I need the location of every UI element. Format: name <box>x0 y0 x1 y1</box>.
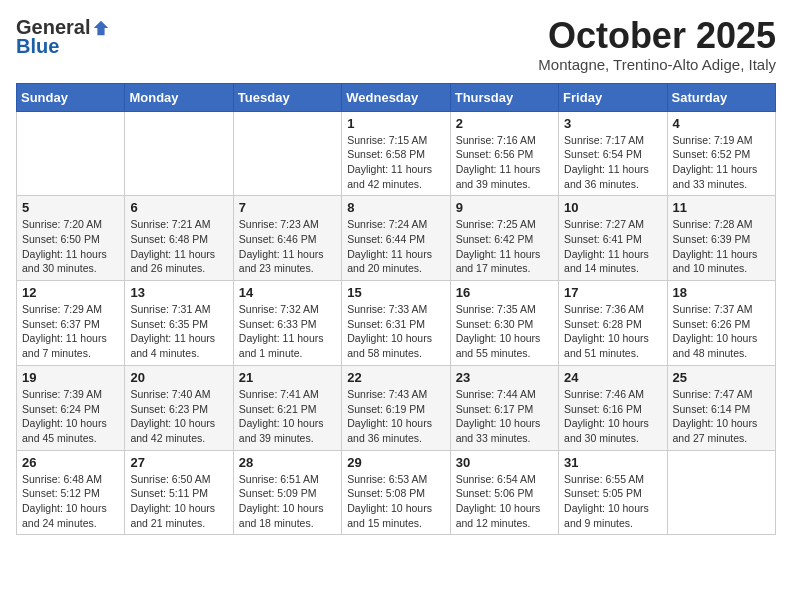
calendar-cell: 25Sunrise: 7:47 AM Sunset: 6:14 PM Dayli… <box>667 365 775 450</box>
day-detail: Sunrise: 6:55 AM Sunset: 5:05 PM Dayligh… <box>564 472 661 531</box>
day-number: 2 <box>456 116 553 131</box>
day-number: 6 <box>130 200 227 215</box>
day-detail: Sunrise: 7:17 AM Sunset: 6:54 PM Dayligh… <box>564 133 661 192</box>
calendar-cell: 20Sunrise: 7:40 AM Sunset: 6:23 PM Dayli… <box>125 365 233 450</box>
calendar-cell: 19Sunrise: 7:39 AM Sunset: 6:24 PM Dayli… <box>17 365 125 450</box>
calendar-cell: 26Sunrise: 6:48 AM Sunset: 5:12 PM Dayli… <box>17 450 125 535</box>
page-header: General Blue October 2025 Montagne, Tren… <box>16 16 776 73</box>
day-number: 1 <box>347 116 444 131</box>
calendar-cell: 13Sunrise: 7:31 AM Sunset: 6:35 PM Dayli… <box>125 281 233 366</box>
day-detail: Sunrise: 7:19 AM Sunset: 6:52 PM Dayligh… <box>673 133 770 192</box>
svg-marker-0 <box>94 20 108 34</box>
calendar-cell: 15Sunrise: 7:33 AM Sunset: 6:31 PM Dayli… <box>342 281 450 366</box>
day-number: 7 <box>239 200 336 215</box>
calendar-cell: 1Sunrise: 7:15 AM Sunset: 6:58 PM Daylig… <box>342 111 450 196</box>
day-number: 11 <box>673 200 770 215</box>
calendar-header-tuesday: Tuesday <box>233 83 341 111</box>
day-number: 25 <box>673 370 770 385</box>
day-number: 26 <box>22 455 119 470</box>
calendar-cell: 11Sunrise: 7:28 AM Sunset: 6:39 PM Dayli… <box>667 196 775 281</box>
calendar-cell: 6Sunrise: 7:21 AM Sunset: 6:48 PM Daylig… <box>125 196 233 281</box>
calendar-cell: 31Sunrise: 6:55 AM Sunset: 5:05 PM Dayli… <box>559 450 667 535</box>
calendar-header-thursday: Thursday <box>450 83 558 111</box>
location-subtitle: Montagne, Trentino-Alto Adige, Italy <box>538 56 776 73</box>
calendar-header-sunday: Sunday <box>17 83 125 111</box>
day-detail: Sunrise: 7:25 AM Sunset: 6:42 PM Dayligh… <box>456 217 553 276</box>
calendar-header-row: SundayMondayTuesdayWednesdayThursdayFrid… <box>17 83 776 111</box>
day-detail: Sunrise: 7:43 AM Sunset: 6:19 PM Dayligh… <box>347 387 444 446</box>
day-number: 28 <box>239 455 336 470</box>
day-detail: Sunrise: 7:47 AM Sunset: 6:14 PM Dayligh… <box>673 387 770 446</box>
calendar-cell: 14Sunrise: 7:32 AM Sunset: 6:33 PM Dayli… <box>233 281 341 366</box>
day-number: 17 <box>564 285 661 300</box>
day-detail: Sunrise: 7:46 AM Sunset: 6:16 PM Dayligh… <box>564 387 661 446</box>
day-number: 30 <box>456 455 553 470</box>
calendar-cell: 12Sunrise: 7:29 AM Sunset: 6:37 PM Dayli… <box>17 281 125 366</box>
day-detail: Sunrise: 7:36 AM Sunset: 6:28 PM Dayligh… <box>564 302 661 361</box>
calendar-week-row: 19Sunrise: 7:39 AM Sunset: 6:24 PM Dayli… <box>17 365 776 450</box>
day-number: 3 <box>564 116 661 131</box>
day-number: 18 <box>673 285 770 300</box>
calendar-header-friday: Friday <box>559 83 667 111</box>
logo-icon <box>92 19 110 37</box>
calendar-cell: 5Sunrise: 7:20 AM Sunset: 6:50 PM Daylig… <box>17 196 125 281</box>
day-detail: Sunrise: 7:20 AM Sunset: 6:50 PM Dayligh… <box>22 217 119 276</box>
day-detail: Sunrise: 6:54 AM Sunset: 5:06 PM Dayligh… <box>456 472 553 531</box>
day-detail: Sunrise: 6:48 AM Sunset: 5:12 PM Dayligh… <box>22 472 119 531</box>
calendar-cell: 8Sunrise: 7:24 AM Sunset: 6:44 PM Daylig… <box>342 196 450 281</box>
day-detail: Sunrise: 7:39 AM Sunset: 6:24 PM Dayligh… <box>22 387 119 446</box>
day-detail: Sunrise: 7:32 AM Sunset: 6:33 PM Dayligh… <box>239 302 336 361</box>
calendar-cell: 29Sunrise: 6:53 AM Sunset: 5:08 PM Dayli… <box>342 450 450 535</box>
day-number: 10 <box>564 200 661 215</box>
calendar-week-row: 1Sunrise: 7:15 AM Sunset: 6:58 PM Daylig… <box>17 111 776 196</box>
day-detail: Sunrise: 7:31 AM Sunset: 6:35 PM Dayligh… <box>130 302 227 361</box>
day-number: 15 <box>347 285 444 300</box>
day-detail: Sunrise: 6:51 AM Sunset: 5:09 PM Dayligh… <box>239 472 336 531</box>
calendar-header-monday: Monday <box>125 83 233 111</box>
day-number: 19 <box>22 370 119 385</box>
day-detail: Sunrise: 7:21 AM Sunset: 6:48 PM Dayligh… <box>130 217 227 276</box>
calendar-week-row: 12Sunrise: 7:29 AM Sunset: 6:37 PM Dayli… <box>17 281 776 366</box>
calendar-cell: 9Sunrise: 7:25 AM Sunset: 6:42 PM Daylig… <box>450 196 558 281</box>
day-number: 22 <box>347 370 444 385</box>
month-year-title: October 2025 <box>538 16 776 56</box>
day-number: 27 <box>130 455 227 470</box>
day-detail: Sunrise: 7:44 AM Sunset: 6:17 PM Dayligh… <box>456 387 553 446</box>
day-detail: Sunrise: 7:33 AM Sunset: 6:31 PM Dayligh… <box>347 302 444 361</box>
calendar-cell: 3Sunrise: 7:17 AM Sunset: 6:54 PM Daylig… <box>559 111 667 196</box>
day-detail: Sunrise: 7:37 AM Sunset: 6:26 PM Dayligh… <box>673 302 770 361</box>
logo: General Blue <box>16 16 110 58</box>
calendar-cell: 27Sunrise: 6:50 AM Sunset: 5:11 PM Dayli… <box>125 450 233 535</box>
calendar-header-wednesday: Wednesday <box>342 83 450 111</box>
calendar-cell: 16Sunrise: 7:35 AM Sunset: 6:30 PM Dayli… <box>450 281 558 366</box>
calendar-cell: 28Sunrise: 6:51 AM Sunset: 5:09 PM Dayli… <box>233 450 341 535</box>
day-number: 5 <box>22 200 119 215</box>
logo-blue: Blue <box>16 35 59 58</box>
day-detail: Sunrise: 7:23 AM Sunset: 6:46 PM Dayligh… <box>239 217 336 276</box>
day-detail: Sunrise: 7:15 AM Sunset: 6:58 PM Dayligh… <box>347 133 444 192</box>
day-number: 23 <box>456 370 553 385</box>
day-number: 4 <box>673 116 770 131</box>
calendar-cell <box>233 111 341 196</box>
calendar-cell <box>17 111 125 196</box>
calendar-cell: 4Sunrise: 7:19 AM Sunset: 6:52 PM Daylig… <box>667 111 775 196</box>
day-number: 31 <box>564 455 661 470</box>
day-number: 13 <box>130 285 227 300</box>
day-detail: Sunrise: 7:40 AM Sunset: 6:23 PM Dayligh… <box>130 387 227 446</box>
title-block: October 2025 Montagne, Trentino-Alto Adi… <box>538 16 776 73</box>
calendar-cell: 17Sunrise: 7:36 AM Sunset: 6:28 PM Dayli… <box>559 281 667 366</box>
day-number: 16 <box>456 285 553 300</box>
day-number: 8 <box>347 200 444 215</box>
calendar-cell <box>125 111 233 196</box>
day-number: 20 <box>130 370 227 385</box>
calendar-week-row: 26Sunrise: 6:48 AM Sunset: 5:12 PM Dayli… <box>17 450 776 535</box>
day-number: 29 <box>347 455 444 470</box>
day-number: 21 <box>239 370 336 385</box>
day-number: 14 <box>239 285 336 300</box>
calendar-cell: 21Sunrise: 7:41 AM Sunset: 6:21 PM Dayli… <box>233 365 341 450</box>
day-detail: Sunrise: 7:28 AM Sunset: 6:39 PM Dayligh… <box>673 217 770 276</box>
calendar-cell: 7Sunrise: 7:23 AM Sunset: 6:46 PM Daylig… <box>233 196 341 281</box>
day-number: 9 <box>456 200 553 215</box>
day-detail: Sunrise: 6:50 AM Sunset: 5:11 PM Dayligh… <box>130 472 227 531</box>
day-number: 24 <box>564 370 661 385</box>
